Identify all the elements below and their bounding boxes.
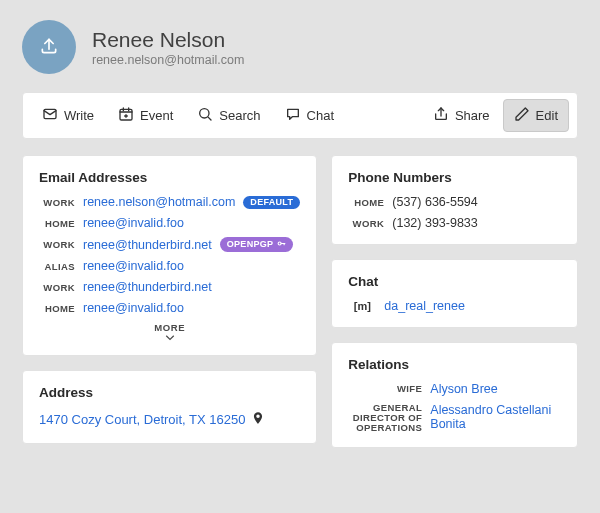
chevron-down-icon <box>39 335 300 341</box>
relation-value[interactable]: Alessandro Castellani Bonita <box>430 403 561 431</box>
email-type-label: ALIAS <box>39 261 75 272</box>
email-value[interactable]: renee@invalid.foo <box>83 259 184 273</box>
email-row: HOME renee@invalid.foo <box>39 301 300 315</box>
relation-row: GENERAL DIRECTOR OF OPERATIONS Alessandr… <box>348 403 561 433</box>
chat-section-title: Chat <box>348 274 561 289</box>
avatar-upload[interactable] <box>22 20 76 74</box>
edit-button[interactable]: Edit <box>503 99 569 132</box>
more-label: MORE <box>154 322 185 333</box>
phone-type-label: WORK <box>348 218 384 229</box>
emails-card: Email Addresses WORK renee.nelson@hotmai… <box>22 155 317 356</box>
share-label: Share <box>455 108 490 123</box>
phone-type-label: HOME <box>348 197 384 208</box>
email-type-label: HOME <box>39 218 75 229</box>
key-icon <box>273 239 286 250</box>
openpgp-badge: OPENPGP <box>220 237 294 252</box>
email-value[interactable]: renee@thunderbird.net <box>83 238 212 252</box>
email-row: WORK renee@thunderbird.net <box>39 280 300 294</box>
chat-card: Chat [m] da_real_renee <box>331 259 578 328</box>
contact-primary-email: renee.nelson@hotmail.com <box>92 53 244 67</box>
email-type-label: WORK <box>39 282 75 293</box>
address-title: Address <box>39 385 300 400</box>
svg-point-2 <box>200 109 209 118</box>
email-value[interactable]: renee.nelson@hotmail.com <box>83 195 235 209</box>
email-type-label: WORK <box>39 239 75 250</box>
email-row: WORK renee.nelson@hotmail.com DEFAULT <box>39 195 300 209</box>
email-row: HOME renee@invalid.foo <box>39 216 300 230</box>
relation-type-label: GENERAL DIRECTOR OF OPERATIONS <box>348 403 422 433</box>
relation-row: WIFE Alyson Bree <box>348 382 561 396</box>
openpgp-label: OPENPGP <box>227 240 274 249</box>
relations-card: Relations WIFE Alyson Bree GENERAL DIREC… <box>331 342 578 448</box>
map-pin-icon[interactable] <box>251 410 265 429</box>
calendar-icon <box>118 106 134 125</box>
chat-bubble-icon <box>285 106 301 125</box>
write-button[interactable]: Write <box>31 99 105 132</box>
share-icon <box>433 106 449 125</box>
email-value[interactable]: renee@invalid.foo <box>83 301 184 315</box>
email-type-label: WORK <box>39 197 75 208</box>
relation-value[interactable]: Alyson Bree <box>430 382 497 396</box>
event-label: Event <box>140 108 173 123</box>
email-value[interactable]: renee@thunderbird.net <box>83 280 212 294</box>
chat-button[interactable]: Chat <box>274 99 345 132</box>
search-icon <box>197 106 213 125</box>
event-button[interactable]: Event <box>107 99 184 132</box>
chat-handle[interactable]: da_real_renee <box>384 299 465 313</box>
default-badge: DEFAULT <box>243 196 300 209</box>
pencil-icon <box>514 106 530 125</box>
phones-title: Phone Numbers <box>348 170 561 185</box>
email-type-label: HOME <box>39 303 75 314</box>
contact-name: Renee Nelson <box>92 28 244 52</box>
phone-row: WORK (132) 393-9833 <box>348 216 561 230</box>
email-row: ALIAS renee@invalid.foo <box>39 259 300 273</box>
chat-label: Chat <box>307 108 334 123</box>
matrix-brand-icon: [m] <box>348 300 376 312</box>
chat-row: [m] da_real_renee <box>348 299 561 313</box>
share-button[interactable]: Share <box>422 99 501 132</box>
contact-toolbar: Write Event Search Chat Share <box>22 92 578 139</box>
envelope-icon <box>42 106 58 125</box>
relation-type-label: WIFE <box>348 384 422 394</box>
upload-icon <box>39 36 59 59</box>
relations-title: Relations <box>348 357 561 372</box>
phone-value: (537) 636-5594 <box>392 195 477 209</box>
address-card: Address 1470 Cozy Court, Detroit, TX 162… <box>22 370 317 444</box>
address-value[interactable]: 1470 Cozy Court, Detroit, TX 16250 <box>39 412 245 427</box>
edit-label: Edit <box>536 108 558 123</box>
write-label: Write <box>64 108 94 123</box>
phone-row: HOME (537) 636-5594 <box>348 195 561 209</box>
emails-more-button[interactable]: MORE <box>39 322 300 341</box>
search-button[interactable]: Search <box>186 99 271 132</box>
email-row: WORK renee@thunderbird.net OPENPGP <box>39 237 300 252</box>
email-value[interactable]: renee@invalid.foo <box>83 216 184 230</box>
search-label: Search <box>219 108 260 123</box>
emails-title: Email Addresses <box>39 170 300 185</box>
phone-value: (132) 393-9833 <box>392 216 477 230</box>
contact-header: Renee Nelson renee.nelson@hotmail.com <box>22 20 578 74</box>
phones-card: Phone Numbers HOME (537) 636-5594 WORK (… <box>331 155 578 245</box>
